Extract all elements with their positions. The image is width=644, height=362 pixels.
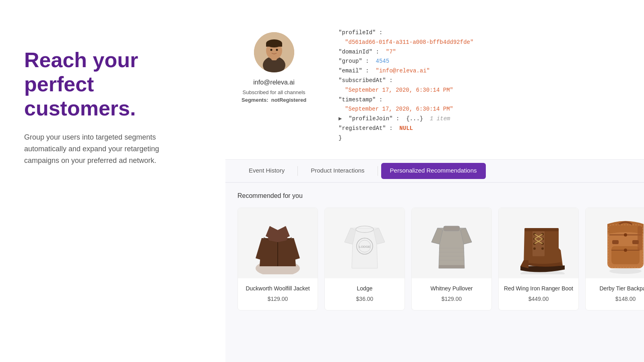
hero-subtitle: Group your users into targeted segments … xyxy=(24,132,193,166)
tab-event-history[interactable]: Event History xyxy=(237,160,296,182)
json-val-registeredAt: NULL xyxy=(399,125,413,132)
tabs-header: Event History Product Interactions Perso… xyxy=(225,160,644,183)
json-arrow-profileJoin[interactable]: ▶ xyxy=(339,115,342,122)
profile-subscribed: Subscribed for all channels xyxy=(243,89,305,95)
json-val-subscribedAt: "September 17, 2020, 6:30:14 PM" xyxy=(345,87,453,93)
product-info-tshirt: Lodge $36.00 xyxy=(325,278,405,311)
product-card-boot: Red Wing Iron Ranger Boot $449.00 xyxy=(498,208,579,311)
product-name-sweater: Whitney Pullover xyxy=(417,285,487,293)
svg-point-6 xyxy=(270,49,272,51)
svg-rect-36 xyxy=(524,228,559,231)
json-key-group: "group" : xyxy=(339,58,369,64)
product-price-backpack: $148.00 xyxy=(590,296,644,302)
json-key-registeredAt: "registeredAt" : xyxy=(339,125,392,132)
svg-point-41 xyxy=(624,249,627,252)
profile-email: info@releva.ai xyxy=(253,79,295,86)
json-key-profileJoin: "profileJoin" : xyxy=(349,115,399,122)
profile-card: info@releva.ai Subscribed for all channe… xyxy=(225,24,330,111)
left-section: Reach your perfect customers. Group your… xyxy=(0,0,225,362)
tabs-panel: Event History Product Interactions Perso… xyxy=(225,159,644,362)
products-section: Recommended for you xyxy=(225,183,644,362)
svg-rect-46 xyxy=(632,240,639,244)
json-val-timestamp: "September 17, 2020, 6:30:14 PM" xyxy=(345,106,453,112)
json-key-domainId: "domainId" : xyxy=(339,49,379,55)
tab-personalized-recommendations[interactable]: Personalized Recommendations xyxy=(381,163,486,179)
json-display: "profileId" : "d561ad66-01f4-a311-a008-b… xyxy=(330,24,644,147)
svg-point-7 xyxy=(276,49,278,51)
json-comment-profileJoin: 1 item xyxy=(430,115,450,122)
svg-point-30 xyxy=(533,247,536,250)
hero-title: Reach your perfect customers. xyxy=(24,48,201,120)
profile-segments: Segments: notRegistered xyxy=(242,97,306,103)
tab-separator-2 xyxy=(378,166,378,176)
product-card-backpack: Derby Tier Backpack $148.00 xyxy=(585,208,644,311)
right-section: info@releva.ai Subscribed for all channe… xyxy=(225,0,644,362)
json-val-email: "info@releva.ai" xyxy=(376,68,430,74)
product-name-backpack: Derby Tier Backpack xyxy=(590,285,644,293)
recommended-label: Recommended for you xyxy=(237,192,644,200)
json-val-domainId: "7" xyxy=(386,49,396,55)
product-price-sweater: $129.00 xyxy=(417,296,487,302)
json-val-group: 4545 xyxy=(376,58,390,64)
svg-rect-45 xyxy=(612,240,619,244)
svg-rect-21 xyxy=(439,265,464,268)
product-info-jacket: Duckworth Woolfill Jacket $129.00 xyxy=(238,278,318,311)
json-val-profileId: "d561ad66-01f4-a311-a008-bffb4dd92fde" xyxy=(345,39,473,45)
product-card-tshirt: LODGE Lodge $36.00 xyxy=(324,208,405,311)
product-image-jacket xyxy=(238,208,318,278)
product-card-sweater: Whitney Pullover $129.00 xyxy=(411,208,492,311)
json-key-email: "email" : xyxy=(339,68,369,74)
product-info-backpack: Derby Tier Backpack $148.00 xyxy=(586,278,644,311)
svg-point-37 xyxy=(609,268,642,274)
json-key-subscribedAt: "subscribedAt" : xyxy=(339,77,392,84)
svg-rect-44 xyxy=(638,226,642,250)
product-price-boot: $449.00 xyxy=(504,296,574,302)
tab-separator-1 xyxy=(297,166,298,176)
avatar xyxy=(254,32,294,72)
product-image-sweater xyxy=(412,208,491,278)
product-image-tshirt: LODGE xyxy=(325,208,405,278)
product-image-boot xyxy=(499,208,578,278)
product-card-jacket: Duckworth Woolfill Jacket $129.00 xyxy=(237,208,318,311)
product-price-tshirt: $36.00 xyxy=(330,296,400,302)
json-val-profileJoin: {...} xyxy=(406,115,423,122)
svg-point-31 xyxy=(541,247,544,250)
product-image-backpack xyxy=(586,208,644,278)
tab-product-interactions[interactable]: Product Interactions xyxy=(299,160,376,182)
products-grid: Duckworth Woolfill Jacket $129.00 xyxy=(237,208,644,311)
product-info-boot: Red Wing Iron Ranger Boot $449.00 xyxy=(499,278,578,311)
svg-text:LODGE: LODGE xyxy=(359,245,370,249)
svg-rect-16 xyxy=(444,226,460,231)
product-name-boot: Red Wing Iron Ranger Boot xyxy=(504,285,574,293)
svg-rect-5 xyxy=(266,43,282,47)
json-key-profileId: "profileId" : xyxy=(339,29,382,36)
product-name-tshirt: Lodge xyxy=(330,285,400,293)
product-name-jacket: Duckworth Woolfill Jacket xyxy=(243,285,313,293)
product-price-jacket: $129.00 xyxy=(243,296,313,302)
json-key-timestamp: "timestamp" : xyxy=(339,97,382,103)
profile-json-area: info@releva.ai Subscribed for all channe… xyxy=(225,0,644,159)
svg-point-43 xyxy=(624,233,627,237)
product-info-sweater: Whitney Pullover $129.00 xyxy=(412,278,491,311)
